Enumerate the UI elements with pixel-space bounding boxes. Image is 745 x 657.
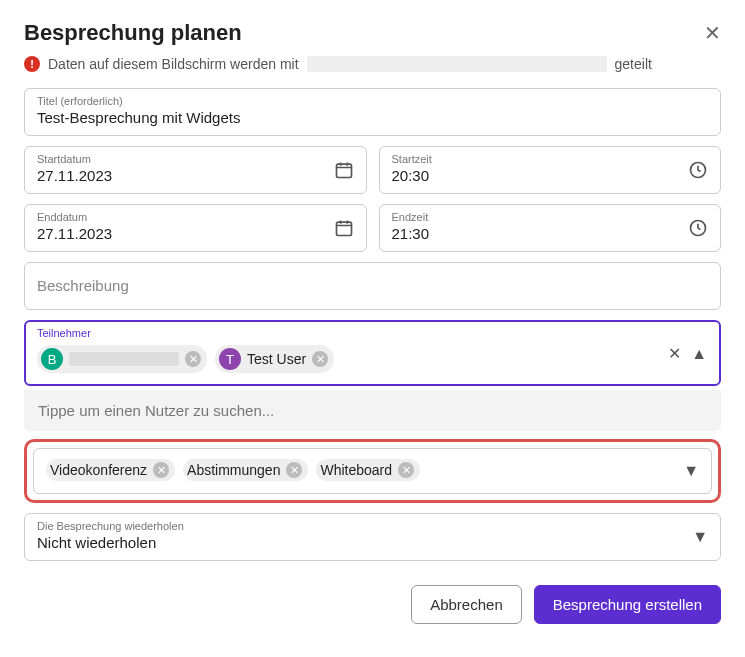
warning-text-prefix: Daten auf diesem Bildschirm werden mit <box>48 56 299 72</box>
start-time-input[interactable] <box>392 167 709 184</box>
chevron-up-icon[interactable]: ▲ <box>691 344 707 362</box>
avatar: T <box>219 348 241 370</box>
repeat-label: Die Besprechung wiederholen <box>37 520 708 532</box>
title-input[interactable] <box>37 109 708 126</box>
end-date-input[interactable] <box>37 225 354 242</box>
clear-icon[interactable]: ✕ <box>668 344 681 363</box>
svg-rect-2 <box>336 222 351 235</box>
clock-icon[interactable] <box>688 218 708 238</box>
widget-label: Videokonferenz <box>50 462 147 478</box>
widget-chip[interactable]: Videokonferenz ✕ <box>46 459 175 481</box>
participants-search-hint: Tippe um einen Nutzer zu suchen... <box>24 390 721 431</box>
end-date-label: Enddatum <box>37 211 354 223</box>
description-placeholder: Beschreibung <box>37 277 129 294</box>
calendar-icon[interactable] <box>334 218 354 238</box>
remove-icon[interactable]: ✕ <box>185 351 201 367</box>
end-time-input[interactable] <box>392 225 709 242</box>
start-time-field[interactable]: Startzeit <box>379 146 722 194</box>
repeat-input[interactable] <box>37 534 708 551</box>
create-button[interactable]: Besprechung erstellen <box>534 585 721 624</box>
widgets-highlight: Videokonferenz ✕ Abstimmungen ✕ Whiteboa… <box>24 439 721 503</box>
svg-rect-0 <box>336 164 351 177</box>
widgets-field[interactable]: Videokonferenz ✕ Abstimmungen ✕ Whiteboa… <box>33 448 712 494</box>
avatar: B <box>41 348 63 370</box>
warning-banner: ! Daten auf diesem Bildschirm werden mit… <box>24 56 721 72</box>
start-date-input[interactable] <box>37 167 354 184</box>
repeat-field[interactable]: Die Besprechung wiederholen ▼ <box>24 513 721 561</box>
chevron-down-icon[interactable]: ▼ <box>692 528 708 546</box>
clock-icon[interactable] <box>688 160 708 180</box>
participant-chip[interactable]: B ✕ <box>37 345 207 373</box>
start-date-field[interactable]: Startdatum <box>24 146 367 194</box>
widget-label: Abstimmungen <box>187 462 280 478</box>
calendar-icon[interactable] <box>334 160 354 180</box>
participants-label: Teilnehmer <box>37 327 708 339</box>
title-label: Titel (erforderlich) <box>37 95 708 107</box>
remove-icon[interactable]: ✕ <box>312 351 328 367</box>
widget-label: Whiteboard <box>320 462 392 478</box>
participant-name: Test User <box>247 351 306 367</box>
close-icon[interactable]: ✕ <box>704 21 721 45</box>
cancel-button[interactable]: Abbrechen <box>411 585 522 624</box>
end-time-label: Endzeit <box>392 211 709 223</box>
remove-icon[interactable]: ✕ <box>286 462 302 478</box>
remove-icon[interactable]: ✕ <box>398 462 414 478</box>
end-time-field[interactable]: Endzeit <box>379 204 722 252</box>
start-time-label: Startzeit <box>392 153 709 165</box>
title-field[interactable]: Titel (erforderlich) <box>24 88 721 136</box>
warning-text-suffix: geteilt <box>615 56 652 72</box>
end-date-field[interactable]: Enddatum <box>24 204 367 252</box>
widget-chip[interactable]: Whiteboard ✕ <box>316 459 420 481</box>
chevron-down-icon[interactable]: ▼ <box>683 462 699 480</box>
warning-icon: ! <box>24 56 40 72</box>
remove-icon[interactable]: ✕ <box>153 462 169 478</box>
redacted-name <box>69 352 179 366</box>
start-date-label: Startdatum <box>37 153 354 165</box>
redacted-recipient <box>307 56 607 72</box>
description-field[interactable]: Beschreibung <box>24 262 721 310</box>
widget-chip[interactable]: Abstimmungen ✕ <box>183 459 308 481</box>
participant-chip[interactable]: T Test User ✕ <box>215 345 334 373</box>
participants-field[interactable]: Teilnehmer B ✕ T Test User ✕ ✕ ▲ <box>24 320 721 386</box>
page-title: Besprechung planen <box>24 20 242 46</box>
